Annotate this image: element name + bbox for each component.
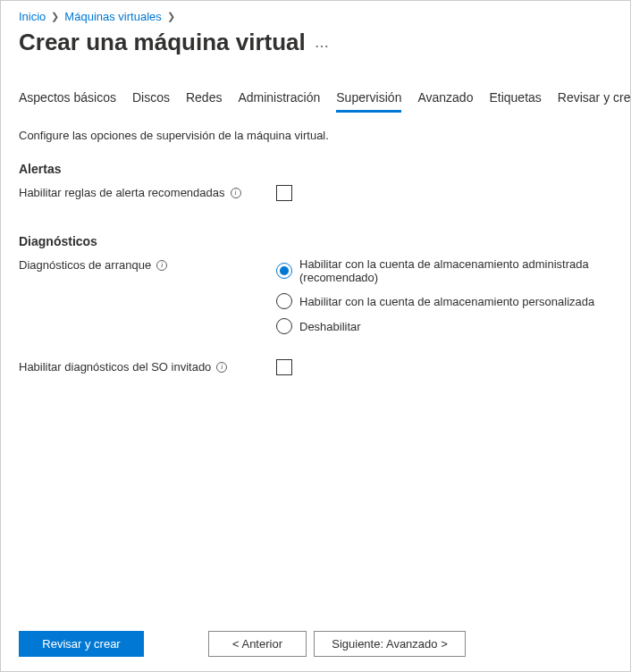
tab-disks[interactable]: Discos	[132, 90, 170, 113]
breadcrumb: Inicio ❯ Máquinas virtuales ❯	[1, 1, 630, 27]
footer: Revisar y crear < Anterior Siguiente: Av…	[1, 620, 630, 671]
radio-boot-disable[interactable]: Deshabilitar	[276, 318, 612, 334]
info-icon[interactable]: i	[231, 188, 241, 198]
review-create-button[interactable]: Revisar y crear	[19, 631, 144, 657]
page-title-row: Crear una máquina virtual ⋯	[1, 27, 630, 56]
tab-monitoring[interactable]: Supervisión	[336, 90, 401, 113]
tab-tags[interactable]: Etiquetas	[489, 90, 541, 113]
intro-text: Configure las opciones de supervisión de…	[19, 129, 612, 142]
tab-advanced[interactable]: Avanzado	[417, 90, 473, 113]
row-guest-diagnostics: Habilitar diagnósticos del SO invitado i	[19, 359, 612, 378]
page-title: Crear una máquina virtual	[19, 29, 306, 56]
radio-icon	[276, 263, 292, 279]
info-icon[interactable]: i	[216, 362, 227, 373]
tab-basics[interactable]: Aspectos básicos	[19, 90, 116, 113]
radio-boot-custom-label: Habilitar con la cuenta de almacenamient…	[299, 295, 594, 308]
chevron-right-icon: ❯	[51, 11, 59, 22]
checkbox-alert-rules[interactable]	[276, 185, 292, 201]
more-actions-icon[interactable]: ⋯	[315, 38, 330, 55]
radio-boot-disable-label: Deshabilitar	[299, 320, 361, 333]
radio-boot-custom[interactable]: Habilitar con la cuenta de almacenamient…	[276, 293, 612, 309]
breadcrumb-home[interactable]: Inicio	[19, 10, 46, 23]
label-guest-diagnostics: Habilitar diagnósticos del SO invitado i	[19, 359, 276, 374]
radio-boot-managed[interactable]: Habilitar con la cuenta de almacenamient…	[276, 257, 612, 284]
info-icon[interactable]: i	[156, 260, 167, 271]
tab-review[interactable]: Revisar y crear	[558, 90, 631, 113]
radio-boot-managed-label: Habilitar con la cuenta de almacenamient…	[299, 257, 612, 284]
label-alert-rules-text: Habilitar reglas de alerta recomendadas	[19, 186, 225, 199]
tab-networking[interactable]: Redes	[186, 90, 222, 113]
breadcrumb-vms[interactable]: Máquinas virtuales	[64, 10, 161, 23]
radio-icon	[276, 293, 292, 309]
label-boot-diagnostics-text: Diagnósticos de arranque	[19, 258, 151, 272]
chevron-right-icon: ❯	[167, 11, 175, 22]
tabs: Aspectos básicos Discos Redes Administra…	[1, 56, 630, 113]
label-boot-diagnostics: Diagnósticos de arranque i	[19, 257, 276, 272]
content: Configure las opciones de supervisión de…	[1, 113, 630, 378]
row-boot-diagnostics: Diagnósticos de arranque i Habilitar con…	[19, 257, 612, 334]
label-alert-rules: Habilitar reglas de alerta recomendadas …	[19, 185, 276, 199]
section-alerts-heading: Alertas	[19, 162, 612, 176]
checkbox-guest-diagnostics[interactable]	[276, 359, 292, 375]
next-button[interactable]: Siguiente: Avanzado >	[314, 631, 466, 657]
radio-icon	[276, 318, 292, 334]
previous-button[interactable]: < Anterior	[208, 631, 307, 657]
row-alert-rules: Habilitar reglas de alerta recomendadas …	[19, 185, 612, 204]
tab-management[interactable]: Administración	[238, 90, 320, 113]
radio-group-boot: Habilitar con la cuenta de almacenamient…	[276, 257, 612, 334]
label-guest-diagnostics-text: Habilitar diagnósticos del SO invitado	[19, 360, 211, 374]
section-diagnostics-heading: Diagnósticos	[19, 234, 612, 248]
